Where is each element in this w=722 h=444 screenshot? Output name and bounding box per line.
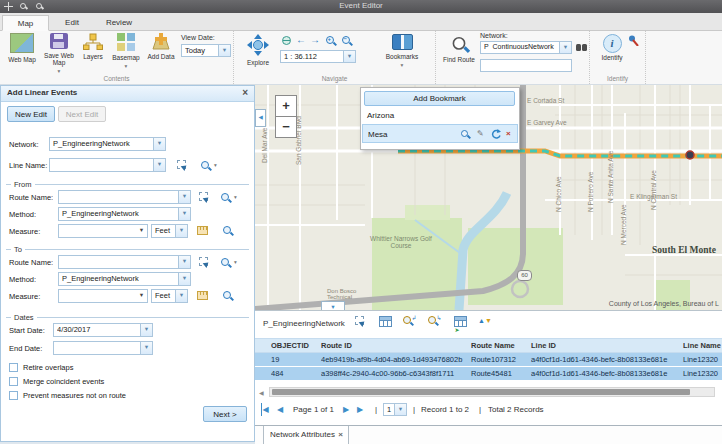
scrollbar-thumb[interactable] [272, 389, 690, 395]
back-arrow-icon[interactable]: ← [296, 35, 306, 45]
line-name-field[interactable]: ▼ [49, 158, 166, 172]
map-zoom-out-button[interactable]: − [275, 116, 297, 138]
network-field[interactable]: P_EngineeringNetwork ▼ [49, 137, 166, 151]
explore-button[interactable]: Explore [242, 34, 274, 66]
zoom-to-line-icon[interactable] [201, 161, 209, 171]
open-table-icon[interactable] [377, 316, 393, 331]
collapse-table-tab[interactable]: ▼ [321, 301, 345, 310]
column-header[interactable]: Line Name [683, 339, 722, 352]
tab-review[interactable]: Review [95, 15, 143, 31]
measure-tool-icon[interactable] [197, 226, 208, 237]
zoom-to-bookmark-icon[interactable] [461, 130, 468, 139]
zoom-in-map-icon[interactable]: + [326, 36, 334, 46]
prevent-measures-checkbox[interactable] [9, 391, 18, 400]
column-header[interactable]: OBJECTID [271, 339, 321, 352]
zoom-to-measure-icon[interactable] [223, 291, 231, 301]
chevron-down-icon[interactable]: ▾ [214, 163, 217, 168]
zoom-out-map-icon[interactable]: − [342, 36, 350, 46]
to-method-field[interactable]: P_EngineeringNetwork▼ [58, 272, 191, 286]
to-route-name-field[interactable]: ▼ [58, 255, 191, 269]
map-scale-select[interactable]: 1 : 36.112 ▼ [280, 50, 356, 63]
page-number-select[interactable]: 1 ▼ [383, 403, 407, 416]
table-header-row: OBJECTID Route ID Route Name Line ID Lin… [255, 338, 722, 353]
forward-arrow-icon[interactable]: → [310, 35, 320, 45]
zoom-to-route-icon[interactable] [221, 193, 229, 203]
table-row[interactable]: 484 a398ff4c-2940-4c00-96b6-c6343f8f1711… [255, 367, 722, 381]
view-date-select[interactable]: Today ▼ [181, 44, 231, 57]
select-line-on-map-icon[interactable] [177, 160, 187, 172]
chevron-down-icon: ▼ [153, 159, 165, 171]
pin-icon[interactable] [628, 35, 639, 46]
map-zoom-in-button[interactable]: + [275, 95, 297, 117]
bookmark-item-arizona[interactable]: Arizona [362, 109, 518, 123]
layers-button[interactable]: Layers [78, 33, 108, 60]
add-bookmark-button[interactable]: Add Bookmark [364, 91, 515, 106]
prev-page-icon[interactable]: ◀ [277, 403, 283, 416]
edit-bookmark-icon[interactable]: ✎ [477, 129, 484, 138]
find-route-button[interactable]: Find Route [442, 36, 476, 63]
select-route-on-map-icon[interactable] [199, 257, 209, 269]
select-records-icon[interactable] [352, 316, 368, 331]
last-page-icon[interactable]: ▶ [357, 403, 365, 416]
chevron-down-icon[interactable]: ▾ [234, 195, 237, 200]
bookmark-item-mesa[interactable]: Mesa ✎ × [362, 124, 518, 143]
prevent-measures-label: Prevent measures not on route [23, 391, 126, 400]
table-row[interactable]: 19 4eb9419b-af9b-4d04-ab69-1d493476802b … [255, 353, 722, 367]
save-web-map-button[interactable]: Save Web Map ▾ [42, 33, 76, 75]
scroll-left-arrow[interactable]: ◀ [259, 389, 264, 396]
route-input[interactable] [480, 59, 572, 72]
street-label: N Santa Anita Ave [607, 151, 614, 203]
globe-icon[interactable] [282, 36, 291, 47]
collapse-panel-tab[interactable]: ◀ [255, 109, 266, 127]
from-method-field[interactable]: P_EngineeringNetwork▼ [58, 207, 191, 221]
next-button[interactable]: Next > [203, 406, 247, 422]
zoom-to-measure-icon[interactable] [223, 226, 231, 236]
layers-icon [83, 33, 103, 50]
route-name-label: Route Name: [9, 258, 53, 267]
measure-tool-icon[interactable] [197, 291, 208, 302]
from-unit-field[interactable]: Feet▼ [151, 224, 188, 238]
next-page-icon[interactable]: ▶ [343, 403, 349, 416]
add-data-button[interactable]: Add Data [144, 33, 178, 60]
column-header[interactable]: Route Name [471, 339, 529, 352]
tab-edit[interactable]: Edit [49, 15, 95, 31]
first-page-icon[interactable]: ◀ [261, 403, 269, 416]
sort-icon[interactable]: ▲▼ [477, 316, 493, 331]
next-edit-button[interactable]: Next Edit [58, 106, 106, 122]
column-header[interactable]: Route ID [321, 339, 469, 352]
delete-bookmark-icon[interactable]: × [506, 129, 511, 138]
zoom-to-route-icon[interactable] [221, 258, 229, 268]
from-route-name-field[interactable]: ▼ [58, 190, 191, 204]
network-select[interactable]: P_ContinuousNetwork ▼ [480, 41, 572, 54]
binoculars-icon[interactable] [576, 44, 581, 53]
ribbon-group-identify: Identify Identify [590, 31, 646, 84]
horizontal-scrollbar[interactable] [269, 387, 715, 397]
zoom-to-selection-icon[interactable]: ↲ [402, 316, 418, 331]
tab-network-attributes[interactable]: Network Attributes × [263, 426, 349, 444]
from-measure-field[interactable]: ▼ [58, 224, 148, 238]
start-date-field[interactable]: 4/30/2017▼ [53, 323, 153, 337]
pan-to-selection-icon[interactable]: ↳ [427, 316, 443, 331]
identify-button[interactable]: Identify [598, 34, 626, 61]
close-panel-icon[interactable]: × [242, 87, 248, 98]
web-map-button[interactable]: Web Map [4, 33, 40, 63]
to-measure-field[interactable]: ▼ [58, 289, 148, 303]
select-route-on-map-icon[interactable] [199, 192, 209, 204]
refresh-bookmark-icon[interactable] [491, 129, 501, 139]
new-edit-button[interactable]: New Edit [7, 106, 55, 122]
chevron-down-icon[interactable]: ▾ [234, 260, 237, 265]
pager-separator: | [413, 403, 415, 416]
column-header[interactable]: Line ID [531, 339, 681, 352]
end-date-field[interactable]: ▼ [53, 341, 153, 355]
retire-overlaps-checkbox[interactable] [9, 363, 18, 372]
page-count-text: Page 1 of 1 [293, 403, 334, 416]
tab-map[interactable]: Map [2, 15, 49, 31]
to-unit-field[interactable]: Feet▼ [151, 289, 188, 303]
merge-coincident-checkbox[interactable] [9, 377, 18, 386]
close-tab-icon[interactable]: × [338, 426, 343, 443]
chevron-down-icon: ▼ [175, 225, 187, 237]
chevron-down-icon: ▼ [218, 45, 230, 56]
show-selected-records-icon[interactable]: ➤ [452, 316, 468, 331]
bookmarks-button[interactable]: Bookmarks ▾ [380, 34, 424, 69]
basemap-button[interactable]: Basemap ▾ [109, 33, 143, 70]
